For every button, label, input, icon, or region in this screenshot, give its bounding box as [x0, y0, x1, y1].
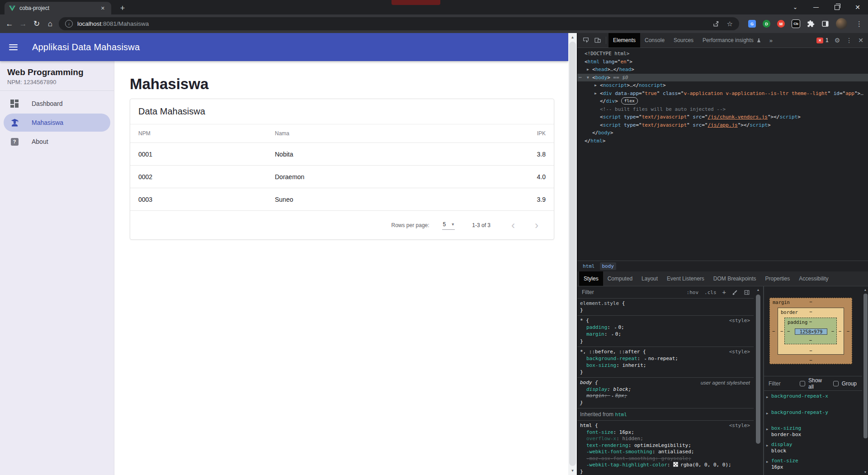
style-rule[interactable]: body {user agent stylesheetdisplay: bloc… [577, 378, 754, 408]
expand-value-icon[interactable]: ▸ [612, 394, 614, 398]
rule-selector[interactable]: html [580, 423, 592, 428]
expand-closed-icon[interactable]: ▶ [766, 427, 768, 433]
style-rule[interactable]: *, ::before, ::after {<style>background-… [577, 347, 754, 378]
inherited-from-link[interactable]: html [615, 412, 627, 418]
css-property[interactable]: -moz-osx-font-smoothing: grayscale; [580, 456, 751, 462]
home-icon[interactable]: ⌂ [43, 14, 57, 33]
sidebar-item-mahasiswa[interactable]: Mahasiswa [4, 114, 110, 132]
previous-page-button[interactable]: ‹ [511, 220, 515, 231]
css-property[interactable]: background-repeat: ▸no-repeat; [580, 356, 751, 363]
more-tabs-icon[interactable]: » [766, 37, 776, 44]
reload-icon[interactable]: ↻ [30, 14, 43, 33]
rule-selector[interactable]: *, ::before, ::after [580, 349, 640, 355]
expand-closed-icon[interactable]: ▶ [594, 90, 597, 98]
scroll-down-icon[interactable]: ▼ [568, 466, 577, 475]
sidebar-tab-styles[interactable]: Styles [579, 271, 603, 286]
site-info-icon[interactable]: i [65, 20, 73, 28]
flex-adorner-badge[interactable]: flex [621, 97, 638, 104]
computed-scroll-down-icon[interactable]: ▼ [862, 469, 868, 475]
window-chevron-icon[interactable]: ⌄ [785, 0, 806, 14]
page-scroll-thumb[interactable] [569, 42, 576, 466]
computed-property[interactable]: ▶background-repeat-x [764, 391, 862, 408]
settings-gear-icon[interactable]: ⚙ [835, 37, 840, 44]
rule-selector[interactable]: element.style [580, 300, 619, 306]
sidebar-tab-event-listeners[interactable]: Event Listeners [662, 271, 709, 286]
expand-closed-icon[interactable]: ▶ [766, 443, 768, 449]
rule-selector[interactable]: body [580, 380, 592, 385]
red-m-extension-icon[interactable]: M [777, 20, 785, 28]
inspect-element-icon[interactable] [580, 34, 592, 46]
styles-scrollbar[interactable]: ▲ [754, 286, 763, 475]
rows-per-page-select[interactable]: 5 ▾ [442, 221, 455, 230]
devtools-close-icon[interactable]: ✕ [858, 37, 863, 44]
rule-origin-link[interactable]: <style> [729, 349, 750, 356]
rule-selector[interactable]: * [580, 318, 583, 323]
side-panel-icon[interactable] [821, 20, 829, 28]
expand-value-icon[interactable]: ▸ [612, 332, 614, 337]
extensions-puzzle-icon[interactable] [807, 20, 815, 28]
tree-line[interactable]: ▶<noscript>…</noscript> [577, 81, 868, 90]
sidebar-item-about[interactable]: ?About [4, 133, 110, 151]
expand-closed-icon[interactable]: ▶ [766, 411, 768, 417]
tree-line[interactable]: <!DOCTYPE html> [577, 50, 868, 58]
css-property[interactable]: overflow-x: hidden; [580, 436, 751, 442]
computed-scroll-thumb[interactable] [863, 294, 868, 438]
window-minimize-button[interactable]: — [806, 0, 826, 14]
address-bar[interactable]: i localhost:8081/Mahasiswa ☆ [59, 17, 739, 30]
devtools-tab-elements[interactable]: Elements [609, 33, 640, 48]
css-property[interactable]: text-rendering: optimizeLegibility; [580, 442, 751, 449]
tree-line[interactable]: <script type="text/javascript" src="/js/… [577, 121, 868, 129]
bookmark-star-icon[interactable]: ☆ [727, 20, 733, 28]
computed-property[interactable]: ▶font-size16px [764, 456, 862, 472]
new-tab-button[interactable]: + [117, 2, 128, 14]
tree-line[interactable]: ▶<div data-app="true" class="v-applicati… [577, 90, 868, 98]
computed-property[interactable]: ▶displayblock [764, 440, 862, 456]
expand-closed-icon[interactable]: ▶ [594, 81, 597, 90]
sidebar-tab-layout[interactable]: Layout [637, 271, 662, 286]
css-property[interactable]: box-sizing: inherit; [580, 362, 751, 369]
rule-origin-link[interactable]: <style> [729, 318, 750, 324]
expand-value-icon[interactable]: ▸ [645, 357, 647, 361]
back-icon[interactable]: ← [3, 14, 16, 33]
show-all-checkbox[interactable] [800, 381, 805, 386]
expand-closed-icon[interactable]: ▶ [587, 66, 589, 74]
css-property[interactable]: font-size: 16px; [580, 429, 751, 436]
group-checkbox[interactable] [833, 381, 839, 386]
cb-extension-icon[interactable]: Cb [792, 19, 800, 28]
expand-closed-icon[interactable]: ▶ [766, 459, 768, 466]
devtools-tab-sources[interactable]: Sources [669, 33, 698, 48]
device-toolbar-icon[interactable] [592, 34, 604, 46]
styles-scroll-thumb[interactable] [756, 294, 760, 444]
styles-scroll-up-icon[interactable]: ▲ [754, 286, 763, 293]
toggle-hover-button[interactable]: :hov [687, 290, 699, 295]
tree-line[interactable]: </div>flex [577, 97, 868, 105]
profile-avatar[interactable] [836, 18, 847, 29]
overflow-dots-icon[interactable]: … [579, 72, 582, 81]
error-badge[interactable]: ✕1 [816, 37, 829, 43]
computed-property[interactable]: ▶height979px [764, 472, 862, 475]
tree-line[interactable]: …▼<body> == $0 [577, 74, 868, 82]
hamburger-menu-icon[interactable] [9, 44, 18, 50]
browser-tab[interactable]: coba-project ✕ [5, 2, 111, 14]
style-rule[interactable]: html {<style>font-size: 16px;overflow-x:… [577, 421, 754, 475]
color-swatch[interactable] [673, 462, 678, 467]
expand-open-icon[interactable]: ▼ [587, 74, 589, 82]
sidebar-tab-computed[interactable]: Computed [603, 271, 637, 286]
next-page-button[interactable]: › [535, 220, 538, 231]
tree-line[interactable]: <html lang="en"> [577, 58, 868, 66]
devtools-kebab-icon[interactable]: ⋮ [846, 37, 852, 44]
sidebar-tab-properties[interactable]: Properties [761, 271, 795, 286]
page-scrollbar[interactable]: ▲ ▼ [568, 33, 577, 475]
style-rule[interactable]: element.style {} [577, 299, 754, 316]
computed-scrollbar[interactable]: ▲ ▼ [862, 286, 868, 475]
css-property[interactable]: display: block; [580, 386, 751, 393]
rule-origin-link[interactable]: <style> [729, 423, 750, 429]
css-property[interactable]: -webkit-tap-highlight-color: rgba(0, 0, … [580, 462, 751, 469]
style-rule[interactable]: * {<style>padding: ▸0;margin: ▸0;} [577, 316, 754, 347]
devtools-tab-performance-insights[interactable]: Performance insights [698, 33, 766, 48]
window-restore-button[interactable] [826, 0, 847, 14]
computed-scroll-up-icon[interactable]: ▲ [862, 286, 868, 293]
expand-value-icon[interactable]: ▸ [615, 326, 617, 330]
css-property[interactable]: margin: ▸0; [580, 331, 751, 338]
sidebar-item-dashboard[interactable]: Dashboard [4, 95, 110, 113]
